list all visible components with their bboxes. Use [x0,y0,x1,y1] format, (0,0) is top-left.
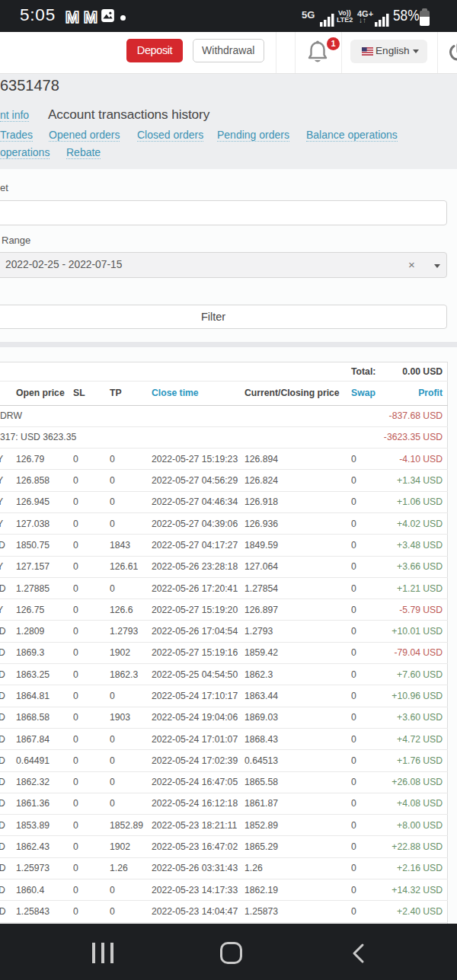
svg-text:M: M [66,9,79,24]
svg-text:M: M [84,9,97,24]
